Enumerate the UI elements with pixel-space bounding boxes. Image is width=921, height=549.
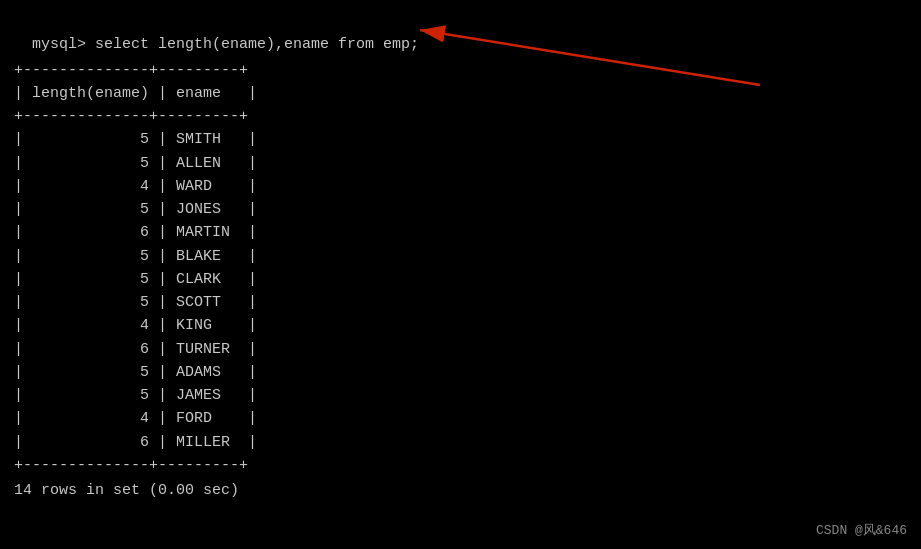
terminal-output: mysql> select length(ename),ename from e… xyxy=(0,0,921,67)
query-footer: 14 rows in set (0.00 sec) xyxy=(0,479,921,502)
mysql-prompt: mysql> xyxy=(32,36,95,53)
watermark: CSDN @风&646 xyxy=(816,521,907,539)
query-result-table: +--------------+---------+ | length(enam… xyxy=(0,59,921,478)
sql-command: select length(ename),ename from emp; xyxy=(95,36,419,53)
